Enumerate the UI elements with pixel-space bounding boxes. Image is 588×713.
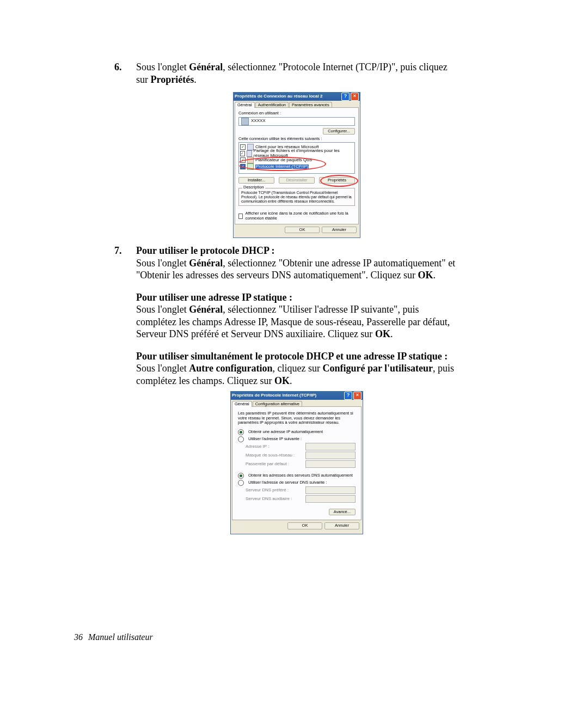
dns1-field[interactable] <box>305 486 356 494</box>
adapter-name: XXXXX <box>251 119 266 124</box>
page-footer: 36 Manuel utilisateur <box>74 632 153 642</box>
adapter-field: XXXXX <box>238 117 355 126</box>
label-elements: Cette connexion utilise les éléments sui… <box>238 137 355 141</box>
text-bold: OK <box>274 375 290 386</box>
text-bold: OK <box>375 328 390 339</box>
radio-icon[interactable] <box>238 480 244 486</box>
checkbox-icon[interactable] <box>238 214 243 219</box>
configure-button[interactable]: Configurer... <box>323 128 355 135</box>
text-bold: OK <box>418 270 433 281</box>
document-page: 6. Sous l'onglet Général, sélectionnez "… <box>0 0 588 713</box>
dns2-label: Serveur DNS auxiliaire : <box>246 497 305 502</box>
dns1-label: Serveur DNS préféré : <box>246 488 305 493</box>
figure-2: Propriétés de Protocole Internet (TCP/IP… <box>136 391 457 534</box>
tab-general[interactable]: Général <box>232 401 252 407</box>
step-number: 6. <box>114 61 122 74</box>
text: . <box>390 328 393 339</box>
ip-field[interactable] <box>305 443 356 450</box>
client-icon <box>247 144 254 150</box>
step-6: 6. Sous l'onglet Général, sélectionnez "… <box>136 61 457 86</box>
text-bold: Propriétés <box>151 74 194 85</box>
ip-label: Adresse IP : <box>246 444 305 449</box>
share-icon <box>247 150 252 157</box>
text-bold: Général <box>189 258 223 269</box>
properties-dialog: Propriétés de Connexion au réseau local … <box>233 92 360 238</box>
mask-field[interactable] <box>305 452 356 459</box>
step-7: 7. Pour utiliser le protocole DHCP : Sou… <box>136 245 457 282</box>
dns2-field[interactable] <box>305 495 356 503</box>
list-item-label: Planificateur de paquets QoS <box>255 158 312 163</box>
radio-label: Utiliser l'adresse de serveur DNS suivan… <box>248 480 327 485</box>
body-text: 6. Sous l'onglet Général, sélectionnez "… <box>136 61 457 541</box>
page-number: 36 <box>74 632 83 642</box>
radio-auto-ip[interactable]: Obtenir une adresse IP automatiquement <box>238 429 356 435</box>
window-title: Propriétés de Connexion au réseau local … <box>235 94 322 99</box>
close-icon[interactable]: × <box>353 392 362 400</box>
help-icon[interactable]: ? <box>344 392 352 400</box>
elements-listbox[interactable]: ✓ Client pour les réseaux Microsoft ✓ Pa… <box>238 142 355 174</box>
ok-button[interactable]: OK <box>285 227 320 233</box>
nic-icon <box>241 118 249 125</box>
intro-text: Les paramètres IP peuvent être déterminé… <box>238 411 356 425</box>
section-both: Pour utiliser simultanément le protocole… <box>136 350 457 387</box>
titlebar: Propriétés de Connexion au réseau local … <box>234 92 360 101</box>
qos-icon <box>247 157 254 163</box>
titlebar: Propriétés de Protocole Internet (TCP/IP… <box>231 391 363 400</box>
properties-button[interactable]: Propriétés <box>319 177 355 184</box>
advanced-button[interactable]: Avancé... <box>329 509 356 515</box>
tab-general[interactable]: Général <box>235 102 255 108</box>
radio-label: Obtenir les adresses des serveurs DNS au… <box>248 473 353 478</box>
text: . <box>290 375 292 386</box>
checkbox-icon[interactable]: ✓ <box>240 157 246 163</box>
text: . <box>194 74 197 85</box>
radio-auto-dns[interactable]: Obtenir les adresses des serveurs DNS au… <box>238 473 356 479</box>
heading: Pour utiliser simultanément le protocole… <box>136 351 448 362</box>
desc-text: Protocole TCP/IP (Transmission Control P… <box>241 191 352 203</box>
checkbox-icon[interactable]: ✓ <box>240 151 245 156</box>
list-item-label: Protocole Internet (TCP/IP) <box>255 164 309 169</box>
list-item[interactable]: ✓ Partage de fichiers et d'imprimantes p… <box>240 150 353 157</box>
tcpip-dialog: Propriétés de Protocole Internet (TCP/IP… <box>230 391 363 534</box>
text: Sous l'onglet <box>136 258 189 269</box>
uninstall-button[interactable]: Désinstaller <box>279 177 315 184</box>
radio-icon[interactable] <box>238 473 244 479</box>
radio-use-dns[interactable]: Utiliser l'adresse de serveur DNS suivan… <box>238 480 356 486</box>
text-bold: Configuré par l'utilisateur <box>322 363 433 374</box>
checkbox-icon[interactable]: ✓ <box>240 144 246 150</box>
help-icon[interactable]: ? <box>341 93 350 101</box>
gateway-label: Passerelle par défaut : <box>246 462 305 467</box>
text: , cliquez sur <box>272 363 322 374</box>
step-number: 7. <box>114 245 122 257</box>
cancel-button[interactable]: Annuler <box>324 522 359 529</box>
mask-label: Masque de sous-réseau : <box>246 453 305 458</box>
heading: Pour utiliser une adresse IP statique : <box>136 292 292 303</box>
footer-title: Manuel utilisateur <box>88 632 153 642</box>
label-connect: Connexion en utilisant : <box>238 111 355 115</box>
text: Sous l'onglet <box>136 363 189 374</box>
text-bold: Autre configuration <box>189 363 272 374</box>
radio-label: Utiliser l'adresse IP suivante : <box>248 437 302 441</box>
text-bold: Général <box>189 304 223 315</box>
desc-title: Description <box>242 185 265 190</box>
ok-button[interactable]: OK <box>287 522 322 529</box>
cancel-button[interactable]: Annuler <box>322 227 357 233</box>
show-icon-label: Afficher une icône dans la zone de notif… <box>245 211 355 221</box>
section-static: Pour utiliser une adresse IP statique : … <box>136 291 457 340</box>
list-item-tcpip[interactable]: ✓ Protocole Internet (TCP/IP) <box>240 163 353 170</box>
figure-1: Propriétés de Connexion au réseau local … <box>136 92 457 238</box>
radio-icon[interactable] <box>238 429 244 435</box>
radio-icon[interactable] <box>238 436 244 442</box>
close-icon[interactable]: × <box>351 93 359 101</box>
text: Sous l'onglet <box>136 304 189 315</box>
text: . <box>433 270 436 281</box>
heading: Pour utiliser le protocole DHCP : <box>136 245 274 256</box>
radio-label: Obtenir une adresse IP automatiquement <box>248 430 323 434</box>
text: Sous l'onglet <box>136 62 189 72</box>
text-bold: Général <box>189 62 223 72</box>
protocol-icon <box>247 163 254 170</box>
checkbox-icon[interactable]: ✓ <box>240 164 246 169</box>
window-title: Propriétés de Protocole Internet (TCP/IP… <box>232 393 316 398</box>
gateway-field[interactable] <box>305 460 356 468</box>
radio-use-ip[interactable]: Utiliser l'adresse IP suivante : <box>238 436 356 442</box>
install-button[interactable]: Installer... <box>238 177 274 184</box>
